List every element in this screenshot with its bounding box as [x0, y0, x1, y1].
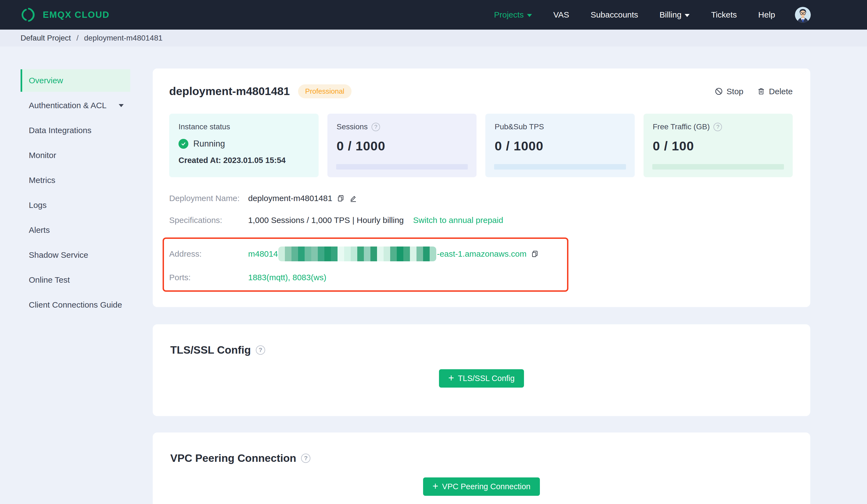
- specifications-value: 1,000 Sessions / 1,000 TPS | Hourly bill…: [248, 216, 404, 225]
- help-icon[interactable]: ?: [372, 123, 380, 131]
- instance-status-value: Running: [193, 139, 225, 149]
- deployment-name-value: deployment-m4801481: [248, 194, 332, 203]
- sidebar-item-client-connections-guide[interactable]: Client Connections Guide: [21, 294, 130, 316]
- pubsub-tps-progress-bar: [494, 164, 626, 169]
- plus-icon: +: [432, 482, 438, 490]
- add-tls-ssl-config-button[interactable]: + TLS/SSL Config: [439, 369, 524, 387]
- sidebar-item-shadow-service[interactable]: Shadow Service: [21, 244, 130, 266]
- ports-row: Ports: 1883(mqtt), 8083(ws): [169, 273, 561, 282]
- breadcrumb-project[interactable]: Default Project: [21, 34, 71, 42]
- top-nav: EMQX CLOUD Projects VAS Subaccounts Bill…: [0, 0, 867, 30]
- nav-item-help[interactable]: Help: [758, 10, 775, 20]
- user-avatar[interactable]: [795, 7, 811, 23]
- nav-item-projects[interactable]: Projects: [494, 10, 532, 20]
- ports-value: 1883(mqtt), 8083(ws): [248, 273, 326, 282]
- deployment-name-row: Deployment Name: deployment-m4801481: [169, 194, 793, 203]
- instance-status-label: Instance status: [179, 122, 309, 131]
- deployment-overview-card: deployment-m4801481 Professional Stop: [153, 68, 810, 307]
- help-icon[interactable]: ?: [301, 453, 310, 463]
- copy-icon[interactable]: [337, 195, 345, 202]
- breadcrumb-separator: /: [76, 34, 79, 42]
- stop-button[interactable]: Stop: [715, 87, 743, 96]
- free-traffic-value: 0 / 100: [653, 138, 784, 153]
- sidebar-item-overview[interactable]: Overview: [21, 69, 130, 92]
- nav-links: Projects VAS Subaccounts Billing Tickets…: [494, 10, 775, 20]
- tls-ssl-section-card: TLS/SSL Config ? + TLS/SSL Config: [153, 324, 810, 416]
- main-content: deployment-m4801481 Professional Stop: [153, 68, 810, 504]
- address-suffix: -east-1.amazonaws.com: [437, 249, 526, 259]
- brand-name: EMQX CLOUD: [43, 10, 110, 20]
- sidebar-item-data-integrations[interactable]: Data Integrations: [21, 119, 130, 142]
- switch-annual-prepaid-link[interactable]: Switch to annual prepaid: [413, 216, 503, 225]
- vpc-peering-heading: VPC Peering Connection: [170, 452, 296, 464]
- plus-icon: +: [448, 374, 454, 382]
- deployment-name-label: Deployment Name:: [169, 194, 248, 203]
- stop-icon: [715, 87, 723, 96]
- address-row: Address: m48014-east-1.amazonaws.com: [169, 246, 561, 261]
- help-icon[interactable]: ?: [714, 123, 722, 131]
- specifications-row: Specifications: 1,000 Sessions / 1,000 T…: [169, 216, 793, 225]
- check-circle-icon: [179, 139, 189, 149]
- chevron-down-icon: [119, 104, 124, 107]
- sidebar: Overview Authentication & ACL Data Integ…: [21, 69, 130, 319]
- chevron-down-icon: [685, 14, 689, 17]
- sidebar-item-monitor[interactable]: Monitor: [21, 144, 130, 166]
- nav-item-subaccounts[interactable]: Subaccounts: [591, 10, 638, 20]
- pubsub-tps-label: Pub&Sub TPS: [495, 122, 544, 131]
- address-redacted-block: [278, 246, 436, 261]
- breadcrumb-current: deployment-m4801481: [84, 34, 162, 42]
- tls-ssl-heading: TLS/SSL Config: [170, 344, 251, 356]
- sidebar-item-metrics[interactable]: Metrics: [21, 169, 130, 191]
- help-icon[interactable]: ?: [256, 346, 265, 355]
- free-traffic-card: Free Traffic (GB) ? 0 / 100: [643, 114, 793, 177]
- instance-status-card: Instance status Running Created At: 2023…: [169, 114, 319, 177]
- sidebar-item-online-test[interactable]: Online Test: [21, 269, 130, 291]
- brand-logo[interactable]: EMQX CLOUD: [21, 7, 110, 23]
- sidebar-item-authentication-acl[interactable]: Authentication & ACL: [21, 94, 130, 117]
- free-traffic-progress-bar: [652, 164, 784, 169]
- sessions-label: Sessions: [337, 122, 368, 131]
- nav-item-tickets[interactable]: Tickets: [711, 10, 737, 20]
- sessions-value: 0 / 1000: [337, 138, 468, 153]
- ports-label: Ports:: [169, 273, 248, 282]
- edit-icon[interactable]: [349, 194, 357, 202]
- specifications-label: Specifications:: [169, 216, 248, 225]
- sidebar-item-logs[interactable]: Logs: [21, 194, 130, 216]
- sidebar-item-alerts[interactable]: Alerts: [21, 219, 130, 241]
- pubsub-tps-value: 0 / 1000: [495, 138, 625, 153]
- chevron-down-icon: [527, 14, 532, 17]
- created-at: Created At: 2023.01.05 15:54: [179, 156, 309, 165]
- nav-item-billing[interactable]: Billing: [660, 10, 689, 20]
- breadcrumb: Default Project / deployment-m4801481: [0, 30, 867, 46]
- sessions-progress-bar: [336, 164, 468, 169]
- pubsub-tps-card: Pub&Sub TPS 0 / 1000: [485, 114, 635, 177]
- delete-button[interactable]: Delete: [757, 87, 793, 96]
- plan-badge: Professional: [298, 84, 352, 98]
- vpc-peering-section-card: VPC Peering Connection ? + VPC Peering C…: [153, 432, 810, 504]
- sessions-card: Sessions ? 0 / 1000: [328, 114, 477, 177]
- copy-icon[interactable]: [531, 250, 539, 258]
- address-prefix: m48014: [248, 249, 278, 259]
- annotation-red-box: Address: m48014-east-1.amazonaws.com: [163, 238, 568, 292]
- trash-icon: [757, 87, 765, 96]
- add-vpc-peering-connection-button[interactable]: + VPC Peering Connection: [423, 478, 539, 496]
- address-label: Address:: [169, 249, 248, 259]
- free-traffic-label: Free Traffic (GB): [653, 122, 710, 131]
- deployment-title: deployment-m4801481: [169, 85, 290, 98]
- emqx-logo-icon: [21, 7, 37, 23]
- nav-item-vas[interactable]: VAS: [553, 10, 569, 20]
